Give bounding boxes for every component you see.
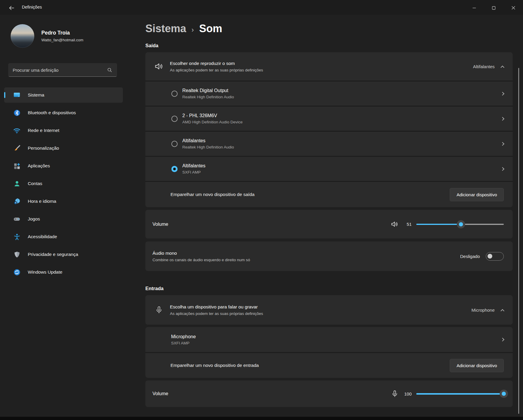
chevron-right-icon[interactable]: [501, 142, 504, 146]
slider-fill: [416, 393, 504, 395]
device-desc: SXFI AMP: [182, 170, 501, 174]
output-selected-value: Altifalantes: [473, 64, 495, 69]
device-name: Realtek Digital Output: [182, 88, 501, 93]
gamepad-icon: [13, 215, 21, 223]
mono-toggle[interactable]: [486, 252, 504, 261]
window-title: Definições: [22, 5, 42, 9]
minimize-icon: [472, 6, 476, 10]
input-header-row[interactable]: Escolha um dispositivo para falar ou gra…: [145, 295, 513, 325]
chevron-right-icon[interactable]: [501, 167, 504, 171]
chevron-up-icon[interactable]: [501, 309, 504, 313]
device-name: Altifalantes: [182, 163, 501, 169]
input-device-row-microphone[interactable]: Microphone SXFI AMP: [145, 327, 513, 352]
radio-icon[interactable]: [171, 141, 178, 147]
search-placeholder: Procurar uma definição: [13, 68, 107, 73]
radio-icon[interactable]: [171, 91, 178, 97]
sidebar-item-windows-update[interactable]: Windows Update: [4, 264, 123, 280]
sidebar-item-contas[interactable]: Contas: [4, 176, 123, 191]
breadcrumb: Sistema › Som: [145, 22, 513, 35]
device-name: 2 - PHL 326M6V: [182, 113, 501, 118]
sidebar-item-label: Bluetooth e dispositivos: [28, 110, 76, 115]
device-desc: Realtek High Definition Audio: [182, 145, 501, 149]
user-name: Pedro Troia: [41, 30, 83, 36]
slider-thumb[interactable]: [500, 390, 508, 398]
vertical-scrollbar[interactable]: [518, 68, 519, 414]
sidebar-item-privacidade[interactable]: Privacidade e segurança: [4, 247, 123, 262]
device-name: Microphone: [171, 334, 501, 339]
radio-selected-icon[interactable]: [171, 166, 178, 172]
toggle-knob-icon: [488, 254, 492, 259]
output-volume-slider[interactable]: [416, 220, 504, 228]
speaker-icon[interactable]: [391, 220, 399, 228]
input-volume-value: 100: [403, 391, 412, 396]
add-input-device-button[interactable]: Adicionar dispositivo: [450, 359, 504, 372]
display-icon: [13, 91, 21, 99]
main-content: Sistema › Som Saída Escolher onde reprod…: [127, 15, 523, 420]
person-icon: [13, 180, 21, 187]
sidebar-item-jogos[interactable]: Jogos: [4, 211, 123, 227]
sidebar: Pedro Troia Watto_fan@hotmail.com Procur…: [0, 15, 127, 420]
account-profile[interactable]: Pedro Troia Watto_fan@hotmail.com: [11, 24, 120, 48]
bluetooth-icon: [13, 109, 21, 117]
output-device-row-phl[interactable]: 2 - PHL 326M6V AMD High Definition Audio…: [145, 107, 513, 131]
input-header-title: Escolha um dispositivo para falar ou gra…: [170, 304, 472, 310]
sidebar-item-label: Personalização: [28, 146, 59, 151]
chevron-right-icon[interactable]: [501, 117, 504, 121]
output-device-row-realtek-digital[interactable]: Realtek Digital Output Realtek High Defi…: [145, 81, 513, 106]
mono-subtitle: Combine os canais de áudio esquerdo e di…: [152, 258, 460, 262]
update-icon: [13, 268, 21, 276]
microphone-icon[interactable]: [391, 390, 399, 398]
sidebar-item-label: Privacidade e segurança: [28, 252, 78, 257]
sidebar-item-hora-idioma[interactable]: Hora e idioma: [4, 194, 123, 209]
sidebar-nav: Sistema Bluetooth e dispositivos Rede e …: [4, 87, 123, 282]
sidebar-item-label: Acessibilidade: [28, 234, 57, 239]
close-button[interactable]: [503, 1, 523, 15]
add-output-device-button[interactable]: Adicionar dispositivo: [450, 188, 504, 201]
mono-audio-card: Áudio mono Combine os canais de áudio es…: [145, 241, 513, 271]
sidebar-item-acessibilidade[interactable]: Acessibilidade: [4, 229, 123, 244]
window-controls: [464, 1, 523, 15]
search-input[interactable]: Procurar uma definição: [8, 63, 117, 77]
slider-thumb[interactable]: [457, 220, 465, 228]
radio-icon[interactable]: [171, 116, 178, 122]
speaker-icon: [154, 62, 164, 71]
mono-title: Áudio mono: [152, 251, 460, 256]
output-pair-label: Emparelhar um novo dispositivo de saída: [170, 192, 450, 197]
sidebar-item-bluetooth[interactable]: Bluetooth e dispositivos: [4, 105, 123, 120]
output-device-row-altifalantes-realtek[interactable]: Altifalantes Realtek High Definition Aud…: [145, 132, 513, 156]
output-device-row-altifalantes-sxfi[interactable]: Altifalantes SXFI AMP: [145, 157, 513, 181]
input-volume-card: Volume 100: [145, 380, 513, 407]
input-device-group: Microphone SXFI AMP Emparelhar um novo d…: [145, 327, 513, 378]
output-section-label: Saída: [145, 43, 513, 48]
sidebar-item-personalizacao[interactable]: Personalização: [4, 140, 123, 156]
window-bottom-edge: [0, 417, 523, 420]
input-pair-row: Emparelhar um novo dispositivo de entrad…: [145, 353, 513, 378]
wifi-icon: [13, 127, 21, 134]
chevron-right-icon[interactable]: [501, 92, 504, 96]
sidebar-item-label: Aplicações: [28, 163, 50, 169]
sidebar-item-aplicacoes[interactable]: Aplicações: [4, 158, 123, 174]
sidebar-item-label: Jogos: [28, 216, 40, 222]
device-desc: SXFI AMP: [171, 341, 501, 345]
breadcrumb-parent[interactable]: Sistema: [145, 22, 186, 35]
chevron-up-icon[interactable]: [501, 66, 504, 69]
input-volume-slider[interactable]: [416, 390, 504, 398]
sidebar-item-sistema[interactable]: Sistema: [4, 87, 123, 103]
input-header-subtitle: As aplicações podem ter as suas próprias…: [170, 311, 472, 316]
output-header-subtitle: As aplicações podem ter as suas próprias…: [170, 68, 473, 72]
back-button[interactable]: [7, 4, 17, 12]
close-icon: [511, 6, 516, 10]
accessibility-icon: [13, 233, 21, 241]
output-volume-value: 51: [403, 222, 412, 227]
device-desc: AMD High Definition Audio Device: [182, 120, 501, 124]
input-section-label: Entrada: [145, 286, 513, 291]
output-volume-card: Volume 51: [145, 210, 513, 238]
minimize-button[interactable]: [464, 1, 484, 15]
titlebar: Definições: [0, 0, 523, 15]
maximize-button[interactable]: [484, 1, 503, 15]
output-header-row[interactable]: Escolher onde reproduzir o som As aplica…: [145, 52, 513, 81]
output-volume-label: Volume: [152, 222, 391, 227]
chevron-right-icon[interactable]: [501, 338, 504, 341]
sidebar-item-rede[interactable]: Rede e Internet: [4, 123, 123, 138]
shield-icon: [13, 251, 21, 258]
